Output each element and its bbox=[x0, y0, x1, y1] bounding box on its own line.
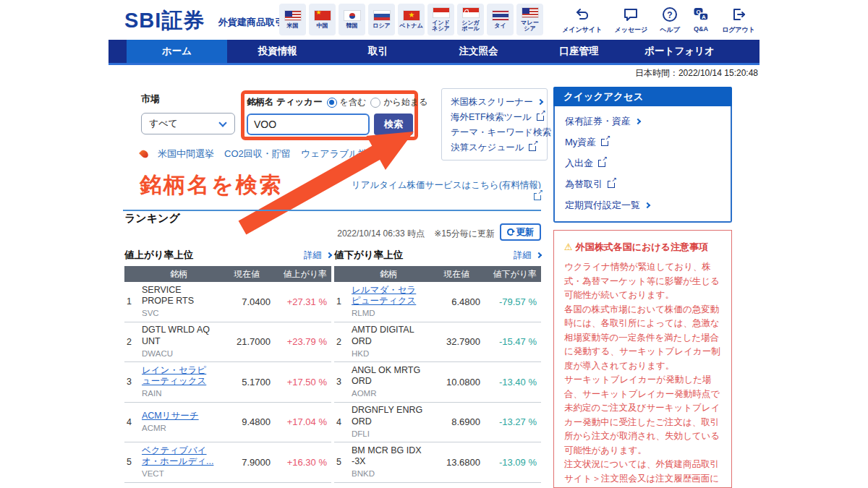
nav-tab[interactable]: ポートフォリオ bbox=[629, 40, 730, 63]
quick-access-link[interactable]: 保有証券・資産 bbox=[565, 111, 731, 132]
radio-contains-label: を含む bbox=[340, 96, 367, 108]
hot-keyword-link[interactable]: CO2回収・貯留 bbox=[224, 147, 291, 160]
country-flag-label: ベトナム bbox=[399, 23, 423, 29]
notice-panel: ⚠外国株式各国における注意事項 ウクライナ情勢が緊迫しており、株式・為替マーケッ… bbox=[553, 230, 732, 488]
message-icon bbox=[622, 6, 639, 23]
quick-access-panel: クイックアクセス 保有証券・資産 My資産 入出金 為替取引 定期買付設定一覧 bbox=[553, 87, 732, 223]
nav-tab[interactable]: 口座管理 bbox=[529, 40, 629, 63]
realtime-price-link[interactable]: リアルタイム株価サービスはこちら(有料情報) bbox=[340, 179, 541, 202]
change-percent: +16.30 % bbox=[278, 457, 331, 468]
security-name[interactable]: DRGNFLY ENRG ORD bbox=[352, 405, 424, 427]
nav-tab[interactable]: 投資情報 bbox=[227, 40, 328, 63]
country-flag-icon bbox=[373, 10, 391, 21]
info-link[interactable]: テーマ・キーワード検索 bbox=[451, 125, 547, 140]
security-name[interactable]: BM MCR BG IDX -3X bbox=[352, 445, 424, 468]
radio-starts-icon[interactable] bbox=[370, 98, 380, 108]
info-link[interactable]: 海外ETF検索ツール bbox=[451, 110, 547, 125]
country-flag-button[interactable]: マレー シア bbox=[516, 4, 543, 35]
refresh-button[interactable]: 更新 bbox=[500, 223, 541, 241]
message-label: メッセージ bbox=[614, 25, 647, 35]
quick-access-link[interactable]: 為替取引 bbox=[565, 174, 731, 194]
section-divider bbox=[123, 210, 541, 211]
rank-number: 5 bbox=[124, 457, 142, 467]
country-flag-label: タイ bbox=[494, 23, 506, 29]
security-name[interactable]: SERVICE PROPE RTS bbox=[142, 285, 214, 307]
market-label: 市場 bbox=[141, 93, 160, 106]
gainers-title: 値上がり率上位 bbox=[124, 249, 193, 262]
security-ticker: DWACU bbox=[142, 348, 214, 359]
svg-text:A: A bbox=[702, 14, 706, 20]
market-select[interactable]: すべて bbox=[141, 113, 235, 134]
link-icon bbox=[537, 99, 542, 105]
country-flag-icon bbox=[462, 7, 480, 18]
rank-number: 3 bbox=[124, 377, 142, 387]
qa-label: Q&A bbox=[694, 25, 708, 33]
market-select-value: すべて bbox=[149, 118, 178, 129]
chevron-right-icon bbox=[326, 252, 332, 257]
logout-icon bbox=[730, 6, 747, 23]
update-note: ※15分毎に更新 bbox=[434, 228, 495, 239]
sbi-logo[interactable]: SBI証券 bbox=[124, 7, 205, 35]
radio-starts-with[interactable]: から始まる bbox=[370, 96, 427, 108]
security-ticker: AOMR bbox=[352, 388, 424, 398]
country-flag-label: 韓国 bbox=[346, 23, 358, 29]
refresh-icon bbox=[507, 228, 514, 236]
losers-header-row: 銘柄 現在値 値下がり率 bbox=[334, 266, 541, 282]
gainers-detail-link[interactable]: 詳細 bbox=[304, 249, 331, 262]
link-icon bbox=[601, 139, 608, 146]
nav-tab[interactable]: 注文照会 bbox=[428, 40, 529, 63]
hot-keyword-link[interactable]: 米国中間選挙 bbox=[158, 147, 214, 160]
country-flag-button[interactable]: インド ネシア bbox=[427, 4, 454, 35]
ticker-search-input[interactable] bbox=[247, 114, 370, 135]
losers-detail-link[interactable]: 詳細 bbox=[514, 249, 541, 262]
info-link[interactable]: 米国株スクリーナー bbox=[451, 95, 547, 110]
chevron-right-icon bbox=[536, 252, 542, 257]
country-flag-button[interactable]: 中国 bbox=[309, 4, 336, 35]
security-name[interactable]: レルマダ・セラピューティクス bbox=[352, 285, 424, 307]
country-flag-button[interactable]: 米国 bbox=[279, 4, 306, 35]
table-row: 3 レイン・セラピューティックス RAIN 5.1700 +17.50 % bbox=[124, 362, 331, 403]
table-row: 2 AMTD DIGITAL ORD HKD 32.7900 -15.47 % bbox=[334, 322, 541, 363]
country-flag-button[interactable]: 韓国 bbox=[339, 4, 365, 35]
warning-icon: ⚠ bbox=[564, 241, 573, 252]
mainsite-button[interactable]: メインサイト bbox=[562, 6, 602, 35]
current-price: 6.4800 bbox=[425, 296, 488, 307]
table-row: 1 SERVICE PROPE RTS SVC 7.0400 +27.31 % bbox=[124, 282, 331, 322]
country-flag-button[interactable]: タイ bbox=[487, 4, 514, 35]
message-button[interactable]: メッセージ bbox=[614, 6, 647, 35]
country-flag-icon bbox=[522, 7, 539, 18]
country-flag-button[interactable]: ベトナム bbox=[398, 4, 425, 35]
security-name[interactable]: AMTD DIGITAL ORD bbox=[352, 325, 424, 347]
country-flag-button[interactable]: シンガ ポール bbox=[457, 4, 484, 35]
search-button[interactable]: 検索 bbox=[374, 114, 413, 135]
nav-tab[interactable]: 取引 bbox=[328, 40, 428, 63]
info-link[interactable]: 決算スケジュール bbox=[451, 140, 547, 155]
security-name[interactable]: ベクティブバイオ・ホールディ... bbox=[142, 445, 214, 468]
table-row: 5 BM MCR BG IDX -3X BNKD 13.6800 -13.09 … bbox=[334, 442, 541, 483]
country-flag-button[interactable]: ロシア bbox=[368, 4, 395, 35]
ranking-heading: ランキング bbox=[124, 212, 180, 226]
ticker-label: 銘柄名 ティッカー bbox=[247, 96, 323, 108]
quick-access-link[interactable]: 入出金 bbox=[565, 153, 731, 174]
rank-number: 1 bbox=[124, 296, 142, 307]
security-name[interactable]: レイン・セラピューティックス bbox=[142, 365, 214, 388]
annotation-text: 銘柄名を検索 bbox=[140, 171, 284, 200]
security-name[interactable]: ANGL OK MRTG ORD bbox=[352, 365, 424, 388]
quick-access-link[interactable]: 定期買付設定一覧 bbox=[565, 194, 731, 215]
country-flag-label: 米国 bbox=[287, 23, 299, 29]
flame-icon bbox=[139, 149, 150, 160]
logout-button[interactable]: ログアウト bbox=[722, 6, 755, 35]
main-navigation: ホーム 投資情報 取引 注文照会 口座管理 ポートフォリオ bbox=[109, 40, 760, 65]
change-percent: -13.40 % bbox=[488, 377, 541, 388]
change-percent: -79.57 % bbox=[488, 296, 541, 307]
security-name[interactable]: ACMリサーチ bbox=[142, 411, 214, 421]
security-name[interactable]: DGTL WRLD AQ UNT bbox=[142, 325, 214, 347]
help-button[interactable]: ? ヘルプ bbox=[660, 6, 680, 35]
quick-access-link[interactable]: My資産 bbox=[565, 132, 731, 153]
qa-button[interactable]: QA Q&A bbox=[692, 6, 710, 35]
link-icon bbox=[537, 114, 544, 121]
radio-contains-icon[interactable] bbox=[327, 98, 337, 108]
nav-tab[interactable]: ホーム bbox=[127, 40, 227, 63]
radio-contains[interactable]: を含む bbox=[327, 96, 367, 108]
hot-keyword-link[interactable]: ウェアラブル端末 bbox=[301, 147, 378, 160]
